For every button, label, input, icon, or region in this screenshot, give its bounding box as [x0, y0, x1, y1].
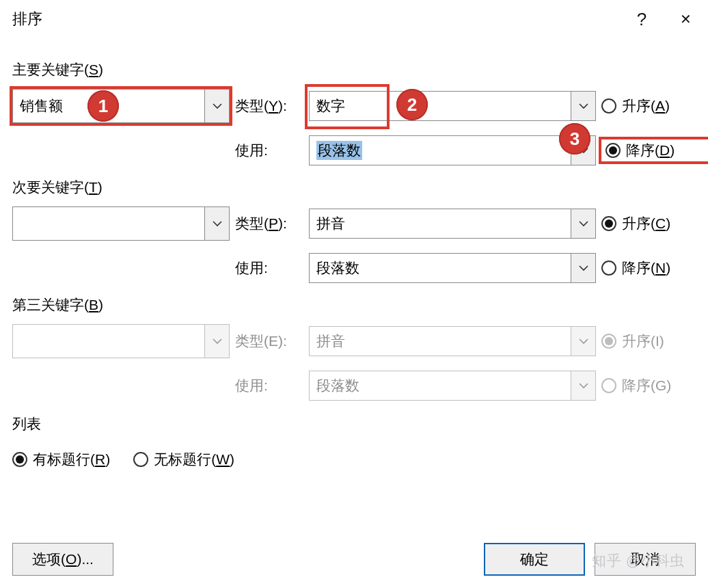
primary-key-heading: 主要关键字(S) — [12, 60, 696, 79]
help-icon: ? — [637, 9, 646, 30]
primary-desc-radio[interactable]: 降序(D) — [601, 139, 708, 161]
tertiary-field-value — [13, 325, 204, 358]
annotation-badge-2: 2 — [396, 89, 428, 120]
secondary-use-combo[interactable]: 段落数 — [309, 253, 596, 283]
primary-asc-radio[interactable]: 升序(A) — [601, 95, 708, 117]
tertiary-use-label: 使用: — [235, 376, 303, 395]
annotation-badge-1: 1 — [87, 90, 119, 122]
no-header-radio[interactable]: 无标题行(W) — [133, 449, 234, 470]
radio-icon — [601, 98, 616, 113]
annotation-badge-3: 3 — [559, 123, 590, 155]
chevron-down-icon[interactable] — [204, 207, 229, 240]
radio-icon — [133, 452, 148, 467]
radio-icon — [601, 334, 616, 349]
primary-type-combo[interactable]: 数字 — [309, 91, 596, 121]
chevron-down-icon[interactable] — [571, 92, 595, 120]
cancel-button[interactable]: 取消 — [595, 543, 696, 576]
chevron-down-icon[interactable] — [571, 254, 595, 282]
options-button[interactable]: 选项(O)... — [12, 543, 113, 576]
radio-icon — [605, 143, 621, 158]
chevron-down-icon — [571, 327, 595, 356]
secondary-use-label: 使用: — [235, 258, 303, 278]
tertiary-use-value: 段落数 — [310, 371, 571, 400]
secondary-type-label: 类型(P): — [235, 214, 303, 233]
close-button[interactable]: ✕ — [663, 0, 708, 38]
chevron-down-icon[interactable] — [204, 90, 229, 122]
primary-type-label: 类型(Y): — [235, 96, 303, 116]
secondary-type-value: 拼音 — [310, 209, 571, 238]
secondary-field-combo[interactable] — [12, 206, 230, 241]
secondary-asc-radio[interactable]: 升序(C) — [601, 213, 708, 235]
ok-button[interactable]: 确定 — [484, 543, 585, 576]
secondary-type-combo[interactable]: 拼音 — [309, 209, 596, 239]
tertiary-desc-radio: 降序(G) — [601, 375, 708, 397]
tertiary-type-value: 拼音 — [310, 327, 571, 356]
window-title: 排序 — [12, 9, 42, 29]
secondary-desc-radio[interactable]: 降序(N) — [601, 257, 708, 279]
radio-icon — [12, 452, 27, 467]
chevron-down-icon[interactable] — [571, 209, 595, 238]
primary-use-value: 段落数 — [316, 141, 362, 160]
close-icon: ✕ — [680, 11, 692, 27]
radio-icon — [601, 216, 616, 231]
chevron-down-icon — [571, 371, 595, 400]
primary-use-combo[interactable]: 段落数 — [309, 135, 596, 165]
list-heading: 列表 — [12, 414, 696, 433]
tertiary-field-combo — [12, 324, 230, 358]
tertiary-use-combo: 段落数 — [309, 371, 596, 401]
secondary-key-heading: 次要关键字(T) — [12, 178, 696, 197]
primary-type-value: 数字 — [310, 92, 571, 120]
tertiary-type-label: 类型(E): — [235, 332, 303, 351]
has-header-radio[interactable]: 有标题行(R) — [12, 449, 110, 470]
tertiary-asc-radio: 升序(I) — [601, 330, 708, 352]
secondary-field-value — [13, 207, 204, 240]
button-bar: 选项(O)... 确定 取消 — [0, 543, 708, 576]
titlebar: 排序 ? ✕ — [0, 0, 708, 38]
radio-icon — [601, 378, 616, 393]
primary-use-label: 使用: — [235, 141, 303, 160]
chevron-down-icon — [204, 325, 229, 358]
secondary-use-value: 段落数 — [310, 254, 571, 282]
primary-field-combo[interactable]: 销售额 — [12, 89, 230, 123]
radio-icon — [601, 260, 616, 276]
tertiary-key-heading: 第三关键字(B) — [12, 295, 696, 315]
help-button[interactable]: ? — [621, 0, 663, 38]
tertiary-type-combo: 拼音 — [309, 326, 596, 356]
